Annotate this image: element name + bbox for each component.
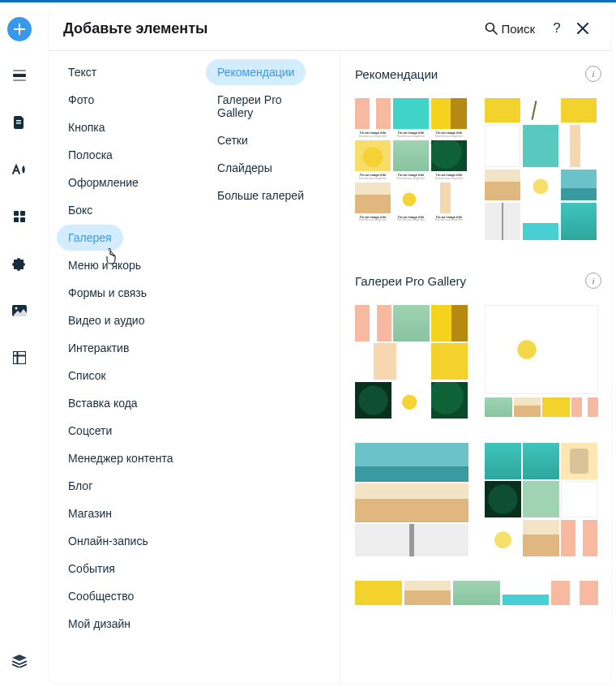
- cat-box[interactable]: Бокс: [57, 197, 104, 223]
- sub-grid[interactable]: Сетки: [206, 127, 259, 153]
- svg-rect-11: [13, 351, 26, 364]
- cat-text[interactable]: Текст: [57, 59, 108, 85]
- top-accent-bar: [0, 0, 616, 2]
- plus-icon: [13, 23, 26, 36]
- sub-pro[interactable]: Галереи Pro Gallery: [206, 87, 332, 126]
- pro-row-2: [355, 443, 601, 556]
- cat-interactive[interactable]: Интерактив: [57, 335, 140, 361]
- svg-rect-5: [14, 211, 19, 216]
- cat-decor[interactable]: Оформление: [57, 170, 150, 195]
- pro-preset-collage[interactable]: [485, 443, 598, 556]
- add-panel: Добавьте элементы Поиск ? Текст Фото Кно…: [49, 6, 611, 684]
- page-icon: [14, 116, 25, 129]
- pro-section-head: Галереи Pro Gallery i: [355, 273, 601, 289]
- svg-rect-0: [13, 74, 26, 77]
- cat-community[interactable]: Сообщество: [57, 583, 145, 609]
- sub-slider[interactable]: Слайдеры: [206, 155, 284, 181]
- reco-title: Рекомендации: [355, 67, 585, 81]
- subcategory-column: Рекомендации Галереи Pro Gallery Сетки С…: [198, 51, 340, 684]
- panel-title: Добавьте элементы: [63, 20, 470, 37]
- help-button[interactable]: ?: [546, 18, 567, 39]
- pro-title: Галереи Pro Gallery: [355, 274, 585, 288]
- cat-menu[interactable]: Меню и якорь: [57, 252, 152, 278]
- pro-row-1: [355, 305, 601, 419]
- pro-preset-strip[interactable]: [355, 581, 598, 605]
- rail-design-button[interactable]: [6, 157, 32, 182]
- reco-section-head: Рекомендации i: [355, 66, 601, 82]
- sub-more[interactable]: Больше галерей: [206, 182, 315, 208]
- rail-page-button[interactable]: [6, 109, 32, 135]
- cat-events[interactable]: События: [57, 556, 126, 582]
- close-button[interactable]: [572, 18, 593, 39]
- cat-embed[interactable]: Вставка кода: [57, 390, 149, 416]
- svg-point-10: [15, 307, 18, 310]
- cat-list[interactable]: Список: [57, 363, 118, 389]
- svg-rect-6: [20, 211, 25, 216]
- rail-apps-button[interactable]: [6, 204, 32, 230]
- info-button[interactable]: i: [585, 66, 601, 82]
- cat-cms[interactable]: Менеджер контента: [57, 445, 184, 471]
- cat-social[interactable]: Соцсети: [57, 418, 123, 444]
- category-column: Текст Фото Кнопка Полоска Оформление Бок…: [49, 51, 198, 684]
- reco-row: I'm an image titleDescribe your image he…: [355, 98, 601, 240]
- rail-puzzle-button[interactable]: [6, 251, 32, 277]
- svg-rect-7: [14, 217, 19, 222]
- search-icon: [485, 22, 498, 35]
- cat-store[interactable]: Магазин: [57, 500, 123, 526]
- rail-data-button[interactable]: [6, 345, 32, 371]
- cat-mydesign[interactable]: Мой дизайн: [57, 611, 142, 637]
- left-rail: [0, 2, 39, 687]
- close-icon: [577, 23, 588, 34]
- media-icon: [12, 305, 27, 316]
- cat-blog[interactable]: Блог: [57, 473, 104, 499]
- panel-body: Текст Фото Кнопка Полоска Оформление Бок…: [49, 51, 611, 684]
- rail-layers-button[interactable]: [6, 648, 32, 674]
- svg-line-15: [494, 31, 498, 35]
- cat-photo[interactable]: Фото: [57, 87, 105, 113]
- svg-rect-2: [13, 79, 26, 81]
- info-button-pro[interactable]: i: [585, 273, 601, 289]
- layers-icon: [12, 655, 27, 668]
- cat-gallery[interactable]: Галерея: [57, 225, 123, 251]
- pro-row-3: [355, 581, 601, 605]
- puzzle-icon: [12, 256, 27, 271]
- pro-preset-grid[interactable]: [355, 305, 468, 419]
- apps-icon: [13, 210, 26, 223]
- section-icon: [12, 70, 27, 81]
- pro-preset-single[interactable]: [485, 305, 598, 419]
- pro-preset-stack[interactable]: [355, 443, 468, 556]
- sub-reco[interactable]: Рекомендации: [206, 59, 306, 85]
- svg-rect-4: [16, 122, 21, 124]
- panel-header: Добавьте элементы Поиск ?: [49, 6, 611, 51]
- cat-button[interactable]: Кнопка: [57, 114, 116, 140]
- search-label: Поиск: [501, 22, 535, 36]
- rail-section-button[interactable]: [6, 62, 32, 88]
- svg-rect-1: [13, 70, 26, 71]
- content-column: Рекомендации i I'm an image titleDescrib…: [340, 51, 611, 684]
- gallery-preset-masonry[interactable]: [485, 98, 598, 240]
- svg-rect-8: [20, 217, 25, 222]
- rail-media-button[interactable]: [6, 298, 32, 324]
- design-icon: [12, 164, 27, 175]
- cat-strip[interactable]: Полоска: [57, 142, 124, 168]
- svg-rect-3: [16, 120, 21, 122]
- gallery-preset-captions[interactable]: I'm an image titleDescribe your image he…: [355, 98, 468, 240]
- data-icon: [13, 351, 26, 364]
- cat-video[interactable]: Видео и аудио: [57, 307, 156, 333]
- rail-add-button[interactable]: [7, 17, 32, 41]
- search-action[interactable]: Поиск: [485, 22, 535, 36]
- cat-forms[interactable]: Формы и связь: [57, 280, 158, 306]
- cat-bookings[interactable]: Онлайн-запись: [57, 528, 160, 554]
